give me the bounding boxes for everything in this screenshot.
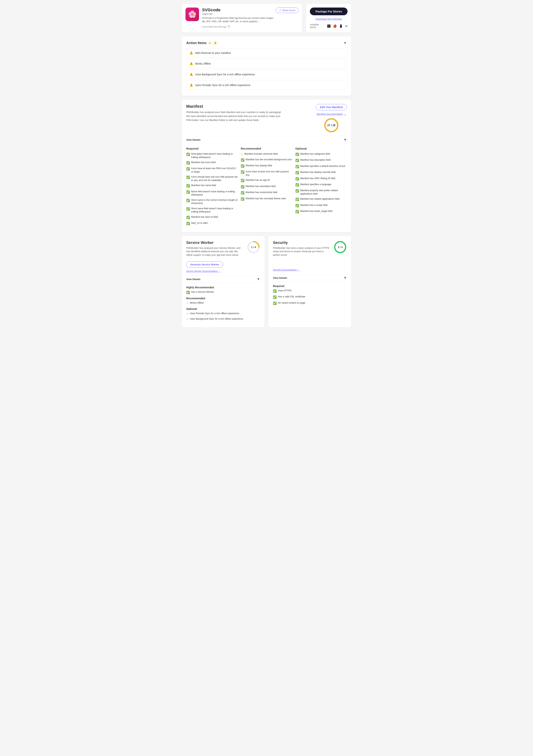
check-item: ✅Has a valid SSL certificate — [273, 295, 347, 299]
manifest-details-chevron[interactable]: ▼ — [343, 138, 347, 142]
check-pass-icon: ✅ — [295, 158, 299, 163]
action-item-text-0: Add shortcuts to your manifest — [195, 51, 231, 54]
sw-score-circle: 1 / 4 — [247, 240, 260, 254]
sw-title: Service Worker — [186, 240, 244, 245]
check-pass-icon: ✅ — [295, 171, 299, 175]
security-score-circle: 3 / 3 — [334, 240, 347, 254]
sec-doc-arrow: → — [297, 269, 300, 271]
required-col-title: Required — [186, 147, 238, 150]
bottom-row: Service Worker PWABuilder has analyzed y… — [182, 236, 351, 328]
check-item: ✅Manifest properly sets prefer related a… — [295, 189, 347, 196]
sw-buttons: Generate Service Worker Service Worker D… — [186, 261, 260, 273]
service-worker-documentation-link[interactable]: Service Worker Documentation → — [186, 270, 220, 273]
check-item: ✅Manifest has display field — [241, 164, 292, 168]
action-items-title: Action Items ⚠ 4 — [186, 41, 217, 45]
manifest-view-details-bar[interactable]: View Details ▼ — [186, 136, 347, 144]
action-item: ⚠️ Uses Background Sync for a rich offli… — [186, 70, 347, 79]
android-store-icon: 📱 — [339, 24, 343, 28]
check-pass-icon: ✅ — [186, 161, 190, 165]
package-for-stores-button[interactable]: Package For Stores — [310, 8, 348, 15]
check-pass-icon: ✅ — [241, 164, 244, 168]
check-pass-icon: ✅ — [295, 177, 299, 181]
action-items-list: ⚠️ Add shortcuts to your manifest ⚠️ Wor… — [186, 48, 347, 90]
check-pass-icon: ✅ — [295, 197, 299, 202]
check-pass-icon: ✅ — [186, 222, 190, 226]
sw-doc-arrow: → — [218, 270, 220, 273]
check-item: ✅start_url is valid — [186, 222, 238, 226]
check-pass-icon: ✅ — [295, 189, 299, 193]
check-pass-icon: ✅ — [186, 199, 190, 202]
warn-icon-3: ⚠️ — [189, 83, 193, 87]
security-details-chevron[interactable]: ▼ — [343, 276, 347, 280]
security-view-details-bar[interactable]: View Details ▼ — [273, 274, 347, 282]
package-card: Package For Stores Download Test Package… — [306, 4, 351, 32]
manifest-optional-col: Optional ✅Manifest has categories field … — [295, 147, 347, 228]
check-pass-icon: ✅ — [186, 152, 190, 156]
check-pass-icon: ✅ — [273, 301, 277, 306]
check-pass-icon: ✅ — [273, 289, 277, 293]
check-item: ✅Manifest specifies a language — [295, 183, 347, 187]
store-icons: ⬛ 🍎 📱 ∞ — [327, 24, 348, 28]
check-item: ✅Description field doesn't have leading … — [186, 152, 238, 159]
action-items-chevron[interactable]: ▼ — [343, 41, 347, 45]
app-logo: 🌸 — [185, 8, 199, 21]
warn-icon-2: ⚠️ — [189, 72, 193, 76]
check-item: ✅No mixed content on page — [273, 301, 347, 306]
check-item: ✅Manifest has IARC Rating ID field — [295, 177, 347, 181]
check-item: ⚠Works Offline — [186, 301, 260, 305]
security-description: PWABuilder has done a basic analysis of … — [273, 246, 331, 257]
check-pass-icon: ✅ — [186, 207, 190, 211]
check-pass-icon: ✅ — [241, 185, 244, 189]
check-pass-icon: ✅ — [295, 203, 299, 208]
manifest-score-circle: 27 / 28 — [324, 118, 339, 133]
share-icon: ↗ — [279, 9, 281, 12]
check-pass-icon: ✅ — [186, 190, 190, 194]
manifest-documentation-link[interactable]: Manifest Documentation → — [317, 113, 346, 116]
check-item: ✅Manifest has start url field — [186, 215, 238, 220]
check-item: ✅Icons have at least one PNG icon 512x51… — [186, 167, 238, 174]
sw-view-details-bar[interactable]: View Details ▼ — [186, 276, 260, 283]
generate-service-worker-button[interactable]: Generate Service Worker — [186, 261, 223, 268]
manifest-header: Manifest PWABuilder has analyzed your We… — [186, 104, 347, 133]
action-items-count: 4 — [213, 41, 217, 45]
check-item: ✅Manifest has display override field — [295, 171, 347, 175]
action-items-section: Action Items ⚠ 4 ▼ ⚠️ Add shortcuts to y… — [182, 36, 351, 96]
warn-icon-1: ⚠️ — [189, 62, 193, 65]
sw-details-chevron[interactable]: ▼ — [257, 277, 260, 281]
share-score-button[interactable]: ↗ Share score — [276, 8, 298, 13]
manifest-recommended-col: Recommended ⚠Manifest includes shortcuts… — [241, 147, 292, 228]
check-item: ✅Manifest has icons field — [186, 161, 238, 165]
security-score-text: 3 / 3 — [338, 246, 343, 248]
check-item: ✅Icons should have one icon with purpose… — [186, 176, 238, 182]
action-items-header: Action Items ⚠ 4 ▼ — [186, 41, 347, 45]
check-item: ✅Manifest has hex encoded background col… — [241, 158, 292, 162]
manifest-description: PWABuilder has analyzed your Web Manifes… — [186, 110, 284, 122]
check-item: ✅Manifest has share_target field — [295, 210, 347, 214]
manifest-actions: Edit Your Manifest Manifest Documentatio… — [316, 104, 347, 133]
check-pass-icon: ✅ — [186, 176, 190, 179]
download-test-package-link[interactable]: Download Test Package — [316, 17, 342, 20]
check-warn-icon: ⚠ — [186, 312, 189, 316]
security-info: Security PWABuilder has done a basic ana… — [273, 240, 331, 257]
check-item: ✅Short name is the correct minimum lengt… — [186, 199, 238, 205]
check-item: ✅Short name field doesn't have leading o… — [186, 207, 238, 214]
app-info: SVGcode svgco.de/ SVGcode is a Progressi… — [202, 8, 298, 28]
check-warn-icon: ⚠ — [186, 317, 189, 321]
app-description: SVGcode is a Progressive Web App that le… — [202, 16, 276, 23]
refresh-spinner — [228, 25, 230, 28]
app-url: svgco.de/ — [202, 13, 276, 15]
action-item: ⚠️ Works Offline — [186, 59, 347, 68]
apple-store-icon: 🍎 — [333, 24, 337, 28]
edit-manifest-button[interactable]: Edit Your Manifest — [316, 104, 347, 110]
check-item: ✅Manifest has related applications field — [295, 197, 347, 202]
security-checks: Required ✅Uses HTTPS ✅Has a valid SSL ce… — [273, 284, 347, 306]
security-documentation-link[interactable]: Security Documentation → — [273, 269, 300, 271]
check-pass-icon: ✅ — [241, 191, 244, 195]
recommended-col-title: Recommended — [241, 147, 292, 150]
manifest-title: Manifest — [186, 104, 284, 109]
check-item: ✅Uses HTTPS — [273, 289, 347, 293]
check-pass-icon: ✅ — [295, 183, 299, 187]
warn-icon-0: ⚠️ — [189, 51, 193, 55]
last-tested: Last tested seconds ago — [202, 25, 298, 28]
app-card: 🌸 SVGcode svgco.de/ SVGcode is a Progres… — [182, 4, 302, 32]
